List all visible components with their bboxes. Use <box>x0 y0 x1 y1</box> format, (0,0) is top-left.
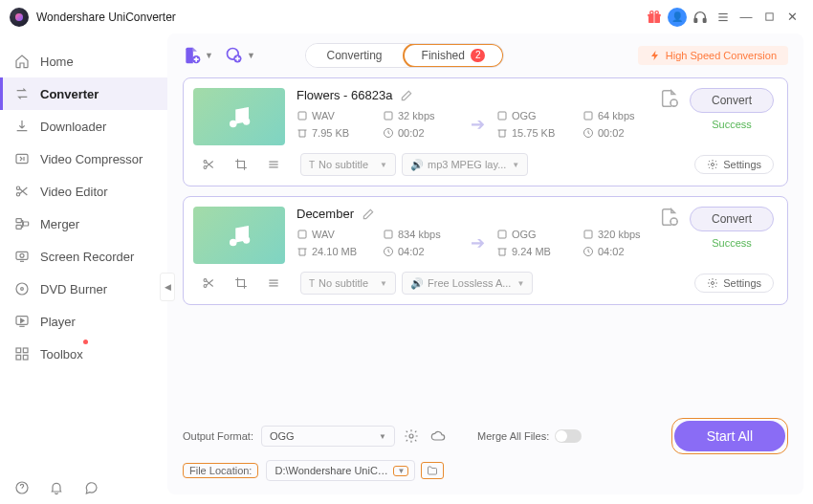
svg-rect-48 <box>385 230 392 238</box>
sidebar-item-label: Player <box>40 315 76 329</box>
svg-point-59 <box>712 282 714 285</box>
sidebar-collapse-button[interactable]: ◀ <box>160 273 175 301</box>
tab-finished[interactable]: Finished 2 <box>403 43 505 68</box>
settings-button[interactable]: Settings <box>694 155 774 174</box>
add-file-button[interactable]: ▼ <box>183 46 213 65</box>
src-bitrate: 32 kbps <box>398 110 435 121</box>
add-folder-button[interactable]: ▼ <box>225 46 255 65</box>
sidebar-item-converter[interactable]: Converter <box>0 77 167 110</box>
sidebar-item-label: Downloader <box>40 120 106 134</box>
svg-rect-5 <box>694 18 697 22</box>
help-icon[interactable] <box>13 479 31 496</box>
status-tabs: Converting Finished 2 <box>305 43 505 68</box>
file-thumbnail <box>193 207 285 264</box>
svg-rect-50 <box>498 230 506 238</box>
dst-size: 9.24 MB <box>512 246 551 257</box>
crop-icon[interactable] <box>230 272 253 295</box>
sidebar-item-label: Toolbox <box>40 347 83 362</box>
cut-icon[interactable] <box>197 272 220 295</box>
subtitle-dropdown[interactable]: TNo subtitle▼ <box>300 153 396 176</box>
tab-converting[interactable]: Converting <box>306 44 404 67</box>
crop-icon[interactable] <box>230 153 253 176</box>
output-format-dropdown[interactable]: OGG▼ <box>261 426 395 447</box>
scissors-icon <box>13 183 31 200</box>
svg-point-45 <box>230 239 237 247</box>
more-icon[interactable] <box>262 153 285 176</box>
svg-rect-16 <box>23 222 28 226</box>
src-format: WAV <box>312 110 335 121</box>
sidebar-item-merger[interactable]: Merger <box>0 208 167 240</box>
sidebar-item-editor[interactable]: Video Editor <box>0 175 167 208</box>
edit-title-icon[interactable] <box>362 208 375 221</box>
svg-rect-36 <box>584 112 592 120</box>
svg-rect-2 <box>653 13 654 22</box>
minimize-button[interactable]: — <box>735 6 758 29</box>
merge-toggle[interactable] <box>555 429 582 443</box>
start-all-button[interactable]: Start All <box>674 421 785 451</box>
svg-point-53 <box>670 218 677 225</box>
file-title: December <box>297 207 354 221</box>
audio-dropdown[interactable]: 🔊mp3 MPEG lay...▼ <box>402 153 528 176</box>
svg-rect-14 <box>16 219 21 223</box>
output-format-label: Output Format: <box>183 430 261 442</box>
dst-duration: 04:02 <box>598 246 625 257</box>
sidebar-item-label: Screen Recorder <box>40 250 134 264</box>
hw-accel-icon[interactable] <box>401 426 422 447</box>
maximize-button[interactable] <box>758 6 780 29</box>
high-speed-conversion-button[interactable]: High Speed Conversion <box>638 46 788 65</box>
open-folder-button[interactable] <box>421 462 444 479</box>
bell-icon[interactable] <box>48 479 65 496</box>
dst-size: 15.75 KB <box>512 127 555 139</box>
file-location-label: File Location: <box>183 463 258 478</box>
svg-point-18 <box>20 253 24 257</box>
sidebar-item-recorder[interactable]: Screen Recorder <box>0 240 167 273</box>
user-avatar[interactable]: 👤 <box>666 6 689 29</box>
gift-icon[interactable] <box>643 6 666 29</box>
subtitle-dropdown[interactable]: TNo subtitle▼ <box>300 272 396 295</box>
main-panel: ▼ ▼ Converting Finished 2 <box>167 33 803 494</box>
sidebar-item-compressor[interactable]: Video Compressor <box>0 142 167 175</box>
sidebar-item-home[interactable]: Home <box>0 45 167 77</box>
convert-button[interactable]: Convert <box>690 88 774 113</box>
dst-bitrate: 320 kbps <box>598 229 641 240</box>
svg-point-60 <box>409 434 413 438</box>
titlebar: Wondershare UniConverter 👤 — <box>0 0 813 33</box>
sidebar: Home Converter Downloader Video Compress… <box>0 33 167 504</box>
file-location-dropdown[interactable]: D:\Wondershare UniConverter 1 ▼ <box>266 460 415 481</box>
settings-button[interactable]: Settings <box>694 274 774 293</box>
sidebar-item-player[interactable]: Player <box>0 305 167 338</box>
hamburger-icon[interactable] <box>712 6 735 29</box>
disc-icon <box>13 280 31 297</box>
svg-rect-6 <box>703 18 706 22</box>
svg-rect-32 <box>298 112 306 120</box>
edit-title-icon[interactable] <box>400 89 413 102</box>
output-settings-icon[interactable] <box>659 207 680 228</box>
close-button[interactable] <box>780 6 803 29</box>
sidebar-item-toolbox[interactable]: Toolbox <box>0 338 167 370</box>
svg-point-19 <box>16 283 28 295</box>
svg-rect-47 <box>298 230 306 238</box>
cut-icon[interactable] <box>197 153 220 176</box>
convert-button[interactable]: Convert <box>690 207 774 231</box>
svg-rect-17 <box>16 252 28 259</box>
more-icon[interactable] <box>262 272 285 295</box>
chevron-down-icon[interactable]: ▼ <box>393 466 408 476</box>
svg-rect-22 <box>16 348 21 353</box>
src-duration: 00:02 <box>398 127 425 139</box>
arrow-icon: ➔ <box>459 114 496 135</box>
headset-icon[interactable] <box>689 6 712 29</box>
cloud-icon[interactable] <box>428 426 449 447</box>
feedback-icon[interactable] <box>82 479 99 496</box>
svg-rect-10 <box>765 13 772 20</box>
footer: Output Format: OGG▼ Merge All Files: Sta… <box>183 412 788 487</box>
output-settings-icon[interactable] <box>659 88 680 109</box>
chevron-down-icon: ▼ <box>247 51 255 60</box>
sidebar-item-dvd[interactable]: DVD Burner <box>0 273 167 305</box>
dst-bitrate: 64 kbps <box>598 110 635 121</box>
status-label: Success <box>712 237 752 249</box>
app-logo <box>10 8 29 27</box>
file-card: December WAV 24.10 MB 834 kbps <box>183 196 788 305</box>
audio-dropdown[interactable]: 🔊Free Lossless A...▼ <box>402 272 533 295</box>
file-card: Flowers - 66823a WAV 7.95 KB 32 kbps <box>183 77 788 186</box>
sidebar-item-downloader[interactable]: Downloader <box>0 110 167 142</box>
